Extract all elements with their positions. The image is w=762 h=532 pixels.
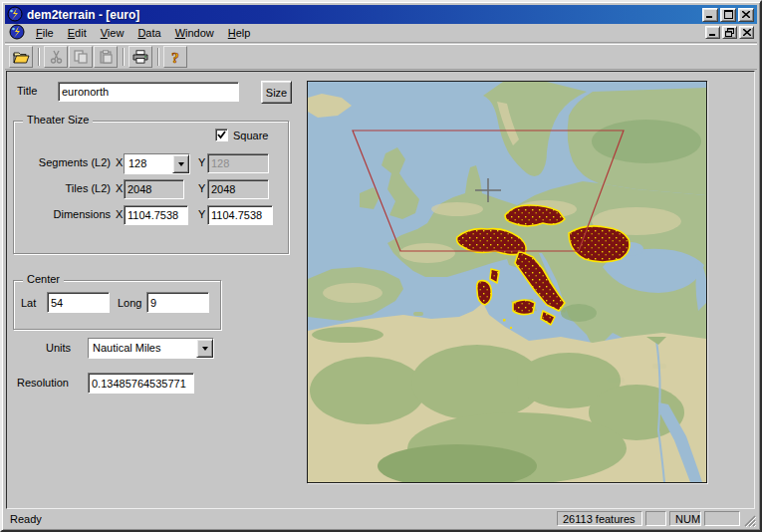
tiles-y-label: Y: [198, 182, 205, 194]
feature-sicily: [513, 300, 535, 315]
svg-text:?: ?: [171, 50, 179, 65]
dimensions-x-label: X: [116, 208, 123, 220]
open-button[interactable]: [9, 46, 33, 68]
dimensions-x-input[interactable]: [124, 205, 188, 225]
lat-label: Lat: [21, 297, 36, 309]
status-panel-empty: [704, 511, 740, 526]
units-dropdown-button[interactable]: [196, 339, 213, 358]
mdi-minimize-button[interactable]: [705, 26, 720, 39]
menu-view[interactable]: View: [94, 25, 131, 41]
cut-button: [44, 46, 68, 68]
toolbar-separator: [123, 48, 125, 66]
square-checkbox[interactable]: [215, 129, 228, 141]
dimensions-y-input[interactable]: [207, 205, 273, 225]
num-lock-indicator: NUM: [669, 511, 701, 526]
document-area: Title Size Theater Size Square Segments …: [6, 71, 755, 509]
open-folder-icon: [13, 50, 30, 64]
feature-dot: [510, 327, 512, 329]
toolbar-separator: [38, 48, 40, 66]
status-bar: Ready 26113 features NUM: [5, 510, 757, 527]
feature-sardinia: [477, 281, 492, 305]
copy-button: [69, 46, 93, 68]
tiles-x-input: [124, 179, 184, 199]
resize-grip[interactable]: [743, 514, 756, 527]
menu-bar: File Edit View Data Window Help: [5, 24, 757, 43]
resolution-label: Resolution: [17, 377, 69, 389]
tiles-x-label: X: [116, 182, 123, 194]
print-icon: [132, 50, 148, 64]
segments-y-label: Y: [198, 156, 205, 168]
units-label: Units: [46, 342, 71, 354]
dimensions-y-label: Y: [198, 208, 205, 220]
segments-x-combobox[interactable]: 128: [124, 153, 190, 174]
window-title: dem2terrain - [euro]: [27, 8, 702, 22]
long-label: Long: [118, 297, 141, 309]
maximize-button[interactable]: [720, 8, 736, 22]
status-message: Ready: [5, 513, 557, 525]
menu-help[interactable]: Help: [221, 25, 258, 41]
title-label: Title: [17, 85, 37, 97]
tiles-label: Tiles (L2): [25, 182, 111, 194]
dimensions-label: Dimensions: [25, 208, 111, 220]
long-input[interactable]: [146, 292, 209, 313]
close-button[interactable]: [738, 8, 754, 22]
feature-dot: [503, 319, 506, 322]
toolbar-separator: [157, 48, 159, 66]
paste-icon: [100, 50, 113, 64]
segments-x-dropdown-button[interactable]: [172, 154, 189, 173]
app-globe-icon: [7, 6, 23, 24]
help-button[interactable]: ?: [163, 46, 187, 68]
segments-y-input: [207, 153, 269, 173]
theater-size-legend: Theater Size: [23, 114, 93, 126]
menu-file[interactable]: File: [29, 25, 61, 41]
resolution-input[interactable]: [88, 373, 194, 394]
segments-x-value: 128: [125, 154, 172, 173]
paste-button: [94, 46, 118, 68]
minimize-button[interactable]: [702, 8, 718, 22]
copy-icon: [74, 50, 88, 64]
title-bar[interactable]: dem2terrain - [euro]: [5, 5, 757, 24]
menu-data[interactable]: Data: [130, 25, 167, 41]
units-value: Nautical Miles: [89, 339, 196, 358]
center-legend: Center: [23, 273, 64, 285]
segments-x-label: X: [116, 156, 123, 168]
mdi-close-button[interactable]: [739, 26, 754, 39]
help-icon: ?: [169, 50, 181, 65]
checkmark-icon: [217, 131, 226, 139]
print-button[interactable]: [128, 46, 152, 68]
toolbar: ?: [5, 44, 757, 70]
size-button[interactable]: Size: [261, 81, 292, 104]
features-count: 26113 features: [557, 511, 642, 526]
europe-map: [308, 82, 706, 482]
cut-icon: [50, 50, 63, 64]
menu-edit[interactable]: Edit: [61, 25, 94, 41]
document-globe-icon[interactable]: [9, 24, 25, 42]
chevron-down-icon: [178, 162, 184, 169]
square-label: Square: [233, 130, 268, 141]
status-panel-empty: [645, 511, 666, 526]
menu-window[interactable]: Window: [168, 25, 221, 41]
app-window: dem2terrain - [euro] File Edit View Data: [0, 0, 762, 532]
units-combobox[interactable]: Nautical Miles: [88, 338, 214, 359]
lat-input[interactable]: [47, 292, 110, 313]
mdi-restore-button[interactable]: [722, 26, 737, 39]
tiles-y-input: [207, 179, 269, 199]
map-view[interactable]: [307, 81, 707, 483]
balearics: [413, 312, 423, 316]
chevron-down-icon: [202, 347, 208, 354]
title-input[interactable]: [58, 82, 239, 102]
segments-label: Segments (L2): [25, 156, 111, 168]
